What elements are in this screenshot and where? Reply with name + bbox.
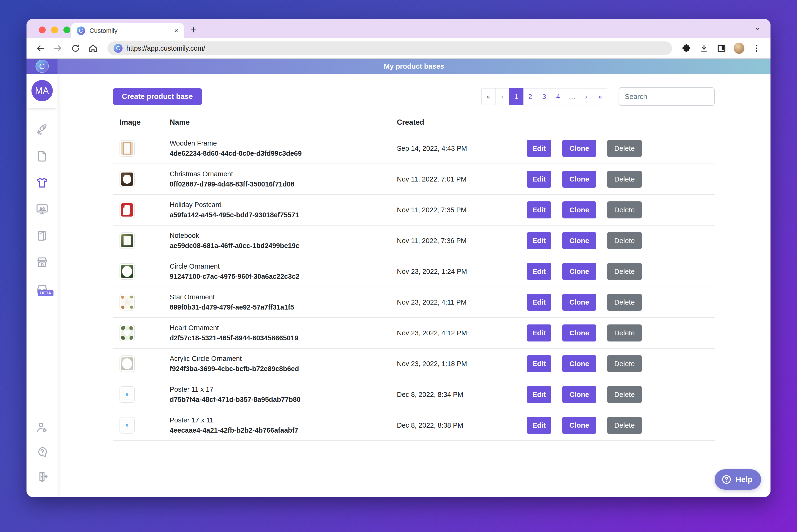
sidebar-item-orders[interactable]: BETA [36, 282, 49, 295]
close-tab-icon[interactable]: × [174, 27, 178, 34]
edit-button[interactable]: Edit [527, 324, 551, 342]
delete-button[interactable]: Delete [607, 417, 642, 434]
sidebar-item-stores[interactable] [36, 255, 49, 269]
product-thumbnail[interactable] [119, 325, 135, 341]
pagination-item[interactable]: 1 [509, 88, 524, 105]
clone-button[interactable]: Clone [562, 324, 596, 342]
clone-button[interactable]: Clone [562, 171, 596, 188]
sidebar-item-account-settings[interactable] [36, 421, 49, 434]
row-name-cell: Holiday Postcard a59fa142-a454-495c-bdd7… [170, 201, 397, 219]
sidebar-item-catalog[interactable] [36, 229, 49, 242]
edit-button[interactable]: Edit [527, 355, 551, 372]
delete-button[interactable]: Delete [607, 386, 642, 403]
row-name-cell: Circle Ornament 91247100-c7ac-4975-960f-… [170, 263, 397, 281]
clone-button[interactable]: Clone [562, 386, 596, 403]
minimize-window-button[interactable] [51, 26, 58, 33]
row-actions-cell: Edit Clone Delete [527, 263, 715, 280]
browser-window: C Customily × + C [26, 19, 771, 497]
browser-menu-button[interactable] [751, 43, 762, 54]
url-bar[interactable]: C https://app.customily.com/ [108, 41, 672, 55]
clone-button[interactable]: Clone [562, 202, 596, 218]
sidebar-item-templates[interactable] [36, 150, 49, 163]
account-avatar-wrap: MA [26, 74, 57, 108]
delete-button[interactable]: Delete [607, 324, 642, 342]
back-button[interactable] [35, 43, 46, 54]
pagination-item[interactable]: « [481, 88, 495, 105]
edit-button[interactable]: Edit [527, 417, 551, 434]
home-button[interactable] [88, 43, 98, 54]
product-name: Acrylic Circle Ornament [170, 355, 397, 363]
edit-button[interactable]: Edit [527, 386, 551, 403]
pagination-item[interactable]: › [579, 88, 593, 105]
product-thumbnail[interactable] [119, 356, 135, 372]
delete-button[interactable]: Delete [607, 263, 642, 280]
row-image-cell [113, 140, 170, 157]
product-id: 4de62234-8d60-44cd-8c0e-d3fd99c3de69 [170, 150, 397, 157]
rocket-icon [36, 123, 49, 136]
clone-button[interactable]: Clone [562, 417, 596, 434]
row-image-cell [113, 232, 170, 249]
edit-button[interactable]: Edit [527, 232, 551, 249]
sidebar-item-help[interactable] [36, 445, 49, 459]
reload-button[interactable] [70, 43, 81, 54]
search-input[interactable] [619, 87, 715, 106]
delete-button[interactable]: Delete [607, 294, 642, 311]
pagination-item[interactable]: » [593, 88, 607, 105]
browser-tab[interactable]: C Customily × [71, 23, 184, 38]
edit-button[interactable]: Edit [527, 263, 551, 280]
edit-button[interactable]: Edit [527, 202, 551, 218]
edit-button[interactable]: Edit [527, 171, 551, 188]
edit-button[interactable]: Edit [527, 294, 551, 311]
pagination-item[interactable]: 4 [551, 88, 565, 105]
help-button[interactable]: Help [715, 469, 761, 490]
product-thumbnail[interactable] [119, 202, 135, 218]
forward-arrow-icon [53, 43, 63, 53]
pagination-item[interactable]: 2 [523, 88, 537, 105]
row-image-cell [113, 417, 170, 434]
pagination-item[interactable]: 3 [537, 88, 551, 105]
delete-button[interactable]: Delete [607, 171, 642, 188]
side-panel-button[interactable] [716, 43, 727, 54]
clone-button[interactable]: Clone [562, 232, 596, 249]
app-logo-box[interactable]: C [26, 59, 57, 74]
close-window-button[interactable] [39, 26, 46, 33]
product-thumbnail[interactable] [119, 171, 135, 187]
row-actions-cell: Edit Clone Delete [527, 355, 715, 372]
sidebar-item-launch[interactable] [36, 123, 49, 136]
profile-button[interactable] [734, 43, 744, 54]
edit-button[interactable]: Edit [527, 140, 551, 157]
account-avatar[interactable]: MA [32, 80, 53, 101]
forward-button[interactable] [53, 43, 63, 54]
create-product-base-button[interactable]: Create product base [113, 88, 202, 105]
product-thumbnail[interactable] [119, 386, 135, 403]
clone-button[interactable]: Clone [562, 355, 596, 372]
help-bubble-icon [36, 445, 49, 459]
sidebar-item-product-bases[interactable] [36, 176, 49, 189]
table-row: Circle Ornament 91247100-c7ac-4975-960f-… [113, 256, 715, 287]
clone-button[interactable]: Clone [562, 263, 596, 280]
zoom-window-button[interactable] [63, 26, 70, 33]
row-actions-cell: Edit Clone Delete [527, 171, 715, 188]
product-thumbnail[interactable] [119, 417, 135, 434]
delete-button[interactable]: Delete [607, 140, 642, 157]
product-thumbnail[interactable] [119, 140, 135, 157]
product-thumbnail[interactable] [119, 294, 135, 310]
new-tab-button[interactable]: + [190, 25, 196, 35]
clone-button[interactable]: Clone [562, 294, 596, 311]
sidebar-item-logout[interactable] [36, 470, 49, 483]
sidebar-item-design-studio[interactable] [36, 203, 49, 216]
downloads-button[interactable] [699, 43, 709, 54]
delete-button[interactable]: Delete [607, 355, 642, 372]
brochure-icon [36, 229, 49, 242]
extensions-button[interactable] [681, 43, 692, 54]
clone-button[interactable]: Clone [562, 140, 596, 157]
tshirt-icon [36, 176, 49, 189]
delete-button[interactable]: Delete [607, 202, 642, 218]
pagination-item[interactable]: ‹ [495, 88, 510, 105]
pagination-item[interactable]: … [565, 88, 579, 105]
product-thumbnail[interactable] [119, 263, 135, 280]
delete-button[interactable]: Delete [607, 232, 642, 249]
product-thumbnail[interactable] [119, 232, 135, 249]
chevron-down-icon[interactable] [754, 25, 761, 33]
row-image-cell [113, 356, 170, 372]
